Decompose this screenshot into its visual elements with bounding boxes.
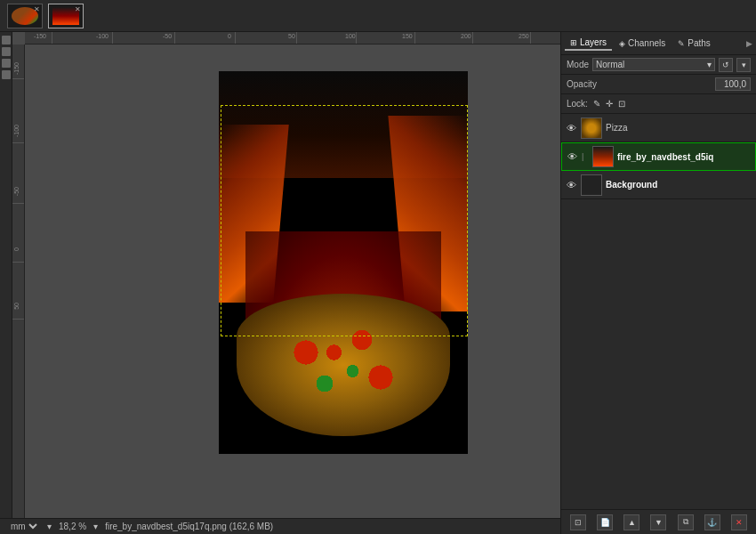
panel-bottom-buttons: ⊡ 📄 ▲ ▼ ⧉ ⚓ ✕ <box>561 509 756 534</box>
ruler-tick <box>530 32 531 44</box>
lock-alpha-icon[interactable]: ⊡ <box>618 99 625 109</box>
ruler-v-tick <box>12 203 25 204</box>
pizza-toppings <box>250 303 437 427</box>
tab-fire[interactable]: ✕ <box>48 4 84 28</box>
status-filename: fire_by_navdbest_d5iq17q.png (162,6 MB) <box>105 522 273 531</box>
lower-layer-btn[interactable]: ▼ <box>650 514 666 530</box>
pizza-on-canvas <box>237 294 450 436</box>
ruler-tick <box>356 32 357 44</box>
ruler-v-mark-5: 50 <box>13 303 20 310</box>
new-layer-btn[interactable]: 📄 <box>597 514 613 530</box>
mode-row: Mode Normal ▾ ↺ ▾ <box>561 55 756 75</box>
opacity-value[interactable]: 100,0 <box>715 77 751 91</box>
status-zoom: 18,2 % <box>59 522 86 531</box>
tab-fire-close[interactable]: ✕ <box>75 5 81 13</box>
mode-btn-2[interactable]: ▾ <box>736 58 751 72</box>
layer-bg-name: Background <box>606 180 752 190</box>
ruler-mark-1: -150 <box>34 33 46 39</box>
unit-select[interactable]: mm <box>7 521 40 532</box>
layer-bg-thumb <box>581 174 602 196</box>
layer-row-fire[interactable]: 👁 | fire_by_navdbest_d5iq <box>561 142 756 171</box>
paths-tab-label: Paths <box>688 38 711 48</box>
ruler-v-tick <box>12 78 25 79</box>
mode-value: Normal <box>596 60 624 69</box>
layer-pizza-thumb <box>581 117 602 139</box>
lock-position-icon[interactable]: ✛ <box>606 99 613 109</box>
ruler-mark-6: 100 <box>345 33 356 39</box>
ruler-v-tick <box>12 262 25 263</box>
ruler-tick <box>296 32 297 44</box>
ruler-tick <box>235 32 236 44</box>
ruler-v-tick <box>12 142 25 143</box>
ruler-tick <box>174 32 175 44</box>
tab-layers[interactable]: ⊞ Layers <box>565 36 612 51</box>
ruler-tick <box>52 32 52 44</box>
anchor-layer-btn[interactable]: ⚓ <box>704 514 720 530</box>
layer-pizza-name: Pizza <box>606 123 752 133</box>
paths-tab-icon: ✎ <box>678 39 685 48</box>
tool-select[interactable] <box>2 47 11 56</box>
layer-fire-visibility[interactable]: 👁 <box>566 151 578 162</box>
status-separator-2: ▾ <box>93 522 98 531</box>
ruler-top-content: -150 -100 -50 0 50 100 150 200 250 <box>25 32 560 44</box>
layer-pizza-visibility[interactable]: 👁 <box>565 123 577 134</box>
layer-row-background[interactable]: 👁 Background <box>561 171 756 199</box>
ruler-mark-3: -50 <box>163 33 172 39</box>
layer-row-pizza[interactable]: 👁 Pizza <box>561 114 756 142</box>
ruler-mark-4: 0 <box>228 33 231 39</box>
ruler-mark-7: 150 <box>402 33 413 39</box>
lock-pixels-icon[interactable]: ✎ <box>593 99 600 109</box>
bg-thumb-img <box>582 175 601 195</box>
layers-tab-icon: ⊞ <box>570 38 577 47</box>
tool-brush[interactable] <box>2 70 11 79</box>
layer-fire-chain: | <box>582 152 589 161</box>
ruler-v-mark-4: 0 <box>13 247 20 251</box>
delete-layer-btn[interactable]: ✕ <box>731 514 747 530</box>
ruler-mark-5: 50 <box>288 33 295 39</box>
tab-channels[interactable]: ◈ Channels <box>614 36 671 50</box>
tool-move[interactable] <box>2 36 11 44</box>
left-toolbar <box>0 32 12 534</box>
ruler-v-tick <box>12 319 25 320</box>
zoom-value: 18,2 % <box>59 522 86 531</box>
ruler-tick <box>472 32 473 44</box>
raise-layer-btn[interactable]: ▲ <box>623 514 639 530</box>
canvas-area[interactable]: -150 -100 -50 0 50 100 150 200 250 <box>12 32 560 534</box>
channels-tab-label: Channels <box>628 38 665 48</box>
layer-bg-visibility[interactable]: 👁 <box>565 180 577 190</box>
main-layout: -150 -100 -50 0 50 100 150 200 250 <box>0 32 756 534</box>
tab-pizza-close[interactable]: ✕ <box>34 5 40 13</box>
top-bar: ✕ ✕ <box>0 0 756 32</box>
fire-thumb-img <box>593 147 613 166</box>
layer-fire-name: fire_by_navdbest_d5iq <box>617 152 752 162</box>
tab-paths[interactable]: ✎ Paths <box>672 36 716 50</box>
layers-tab-label: Layers <box>580 37 607 47</box>
ruler-tick <box>112 32 113 44</box>
ruler-top: -150 -100 -50 0 50 100 150 200 250 <box>25 32 560 44</box>
layers-panel: Mode Normal ▾ ↺ ▾ Opacity 100,0 Lock: ✎ … <box>561 55 756 534</box>
mode-chevron: ▾ <box>707 60 712 69</box>
filesize-value: 162,6 MB <box>232 522 270 531</box>
layers-list: 👁 Pizza 👁 | fire_by_navdbest_d5iq <box>561 114 756 509</box>
duplicate-layer-btn[interactable]: ⧉ <box>678 514 694 530</box>
ruler-left: -150 -100 -50 0 50 <box>12 44 25 534</box>
canvas-content[interactable] <box>25 44 560 534</box>
panel-tabs: ⊞ Layers ◈ Channels ✎ Paths ▶ <box>561 32 756 55</box>
new-layer-group-btn[interactable]: ⊡ <box>570 514 586 530</box>
ruler-mark-8: 200 <box>461 33 471 39</box>
filename-value: fire_by_navdbest_d5iq17q.png <box>105 522 227 531</box>
panel-menu-btn[interactable]: ▶ <box>746 39 752 48</box>
mode-label: Mode <box>567 60 589 69</box>
ruler-v-mark-2: -100 <box>13 125 20 137</box>
tool-crop[interactable] <box>2 59 11 68</box>
mode-btn-1[interactable]: ↺ <box>719 58 733 72</box>
ruler-v-mark-1: -150 <box>13 62 20 75</box>
opacity-row: Opacity 100,0 <box>561 75 756 94</box>
tab-pizza[interactable]: ✕ <box>7 4 43 28</box>
status-separator-1: ▾ <box>47 522 52 531</box>
layer-fire-thumb <box>592 146 614 167</box>
opacity-label: Opacity <box>567 79 712 89</box>
ruler-mark-9: 250 <box>519 33 529 39</box>
ruler-tick <box>414 32 415 44</box>
mode-dropdown[interactable]: Normal ▾ <box>592 58 715 71</box>
